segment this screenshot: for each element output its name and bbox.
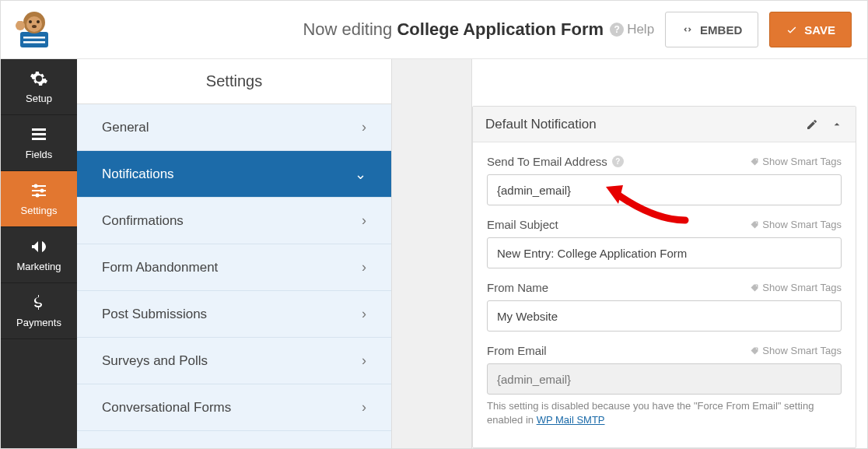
svg-rect-11 bbox=[32, 133, 46, 135]
sliders-icon bbox=[30, 181, 48, 200]
embed-button[interactable]: EMBED bbox=[665, 12, 758, 47]
svg-rect-12 bbox=[32, 138, 46, 140]
field-send-to: Send To Email Address? Show Smart Tags bbox=[487, 155, 842, 205]
chevron-right-icon: › bbox=[362, 306, 366, 322]
svg-point-6 bbox=[37, 20, 40, 23]
chevron-right-icon: › bbox=[362, 119, 366, 135]
nav-label: Setup bbox=[26, 93, 52, 104]
dollar-icon bbox=[30, 293, 48, 312]
field-from-name: From Name Show Smart Tags bbox=[487, 281, 842, 331]
chevron-up-icon[interactable] bbox=[831, 118, 843, 131]
help-icon[interactable]: ? bbox=[612, 156, 624, 167]
sub-post-submissions[interactable]: Post Submissions› bbox=[77, 291, 391, 338]
wp-mail-smtp-link[interactable]: WP Mail SMTP bbox=[537, 414, 605, 426]
bullhorn-icon bbox=[30, 237, 48, 256]
tag-icon bbox=[750, 157, 759, 167]
sub-surveys-polls[interactable]: Surveys and Polls› bbox=[77, 338, 391, 384]
chevron-down-icon: ⌄ bbox=[355, 166, 366, 183]
nav-fields[interactable]: Fields bbox=[1, 115, 77, 171]
subject-label: Email Subject bbox=[487, 218, 558, 231]
send-to-input[interactable] bbox=[487, 174, 842, 205]
chevron-right-icon: › bbox=[362, 259, 366, 275]
tag-icon bbox=[750, 283, 759, 293]
sub-conversational-forms[interactable]: Conversational Forms› bbox=[77, 384, 391, 431]
main-panel: Default Notification Send To Email Addre… bbox=[472, 59, 867, 448]
primary-nav: Setup Fields Settings Marketing Payments bbox=[1, 59, 77, 448]
sub-confirmations[interactable]: Confirmations› bbox=[77, 198, 391, 244]
svg-point-17 bbox=[40, 189, 44, 193]
nav-payments[interactable]: Payments bbox=[1, 283, 77, 339]
from-email-note: This setting is disabled because you hav… bbox=[487, 399, 842, 427]
chevron-right-icon: › bbox=[362, 212, 366, 229]
field-from-email: From Email Show Smart Tags This setting … bbox=[487, 344, 842, 427]
svg-point-18 bbox=[36, 194, 40, 198]
svg-rect-2 bbox=[23, 41, 45, 44]
from-name-label: From Name bbox=[487, 281, 548, 294]
subject-input[interactable] bbox=[487, 237, 842, 268]
card-header: Default Notification bbox=[473, 107, 856, 142]
nav-label: Settings bbox=[21, 205, 58, 216]
gear-icon bbox=[30, 69, 48, 88]
svg-point-7 bbox=[32, 25, 37, 28]
sub-form-abandonment[interactable]: Form Abandonment› bbox=[77, 244, 391, 291]
from-email-input bbox=[487, 363, 842, 395]
from-email-label: From Email bbox=[487, 344, 547, 357]
nav-marketing[interactable]: Marketing bbox=[1, 227, 77, 283]
svg-rect-10 bbox=[32, 128, 46, 131]
svg-point-4 bbox=[26, 16, 42, 32]
nav-setup[interactable]: Setup bbox=[1, 59, 77, 115]
help-link[interactable]: ? Help bbox=[610, 22, 654, 37]
show-smart-tags[interactable]: Show Smart Tags bbox=[750, 282, 842, 293]
save-button[interactable]: SAVE bbox=[769, 12, 852, 47]
from-name-input[interactable] bbox=[487, 300, 842, 331]
top-bar: Now editing College Application Form ? H… bbox=[1, 1, 867, 59]
check-icon bbox=[786, 23, 798, 36]
nav-label: Fields bbox=[26, 149, 53, 160]
svg-point-5 bbox=[29, 20, 32, 23]
tag-icon bbox=[750, 346, 759, 356]
sub-notifications[interactable]: Notifications⌄ bbox=[77, 151, 391, 198]
notification-card: Default Notification Send To Email Addre… bbox=[472, 106, 856, 448]
wpforms-logo bbox=[7, 6, 61, 53]
nav-label: Payments bbox=[16, 317, 61, 328]
svg-rect-9 bbox=[17, 21, 23, 26]
show-smart-tags[interactable]: Show Smart Tags bbox=[750, 156, 842, 167]
show-smart-tags[interactable]: Show Smart Tags bbox=[750, 219, 842, 230]
sub-general[interactable]: General› bbox=[77, 104, 391, 151]
nav-label: Marketing bbox=[16, 261, 61, 272]
gutter bbox=[391, 59, 472, 448]
editing-title: Now editing College Application Form bbox=[303, 19, 604, 40]
settings-title: Settings bbox=[77, 59, 391, 104]
form-name: College Application Form bbox=[397, 19, 604, 39]
nav-settings[interactable]: Settings bbox=[1, 171, 77, 227]
show-smart-tags[interactable]: Show Smart Tags bbox=[750, 345, 842, 356]
send-to-label: Send To Email Address? bbox=[487, 155, 624, 168]
svg-rect-0 bbox=[20, 32, 48, 47]
code-icon bbox=[681, 23, 694, 36]
chevron-right-icon: › bbox=[362, 353, 366, 369]
chevron-right-icon: › bbox=[362, 399, 366, 416]
pencil-icon[interactable] bbox=[806, 118, 818, 131]
tag-icon bbox=[750, 220, 759, 230]
card-title: Default Notification bbox=[485, 117, 597, 132]
field-subject: Email Subject Show Smart Tags bbox=[487, 218, 842, 268]
help-icon: ? bbox=[610, 23, 624, 37]
svg-rect-1 bbox=[23, 37, 45, 39]
svg-point-16 bbox=[34, 184, 38, 188]
settings-sidebar: Settings General› Notifications⌄ Confirm… bbox=[77, 59, 391, 448]
list-icon bbox=[30, 125, 48, 144]
